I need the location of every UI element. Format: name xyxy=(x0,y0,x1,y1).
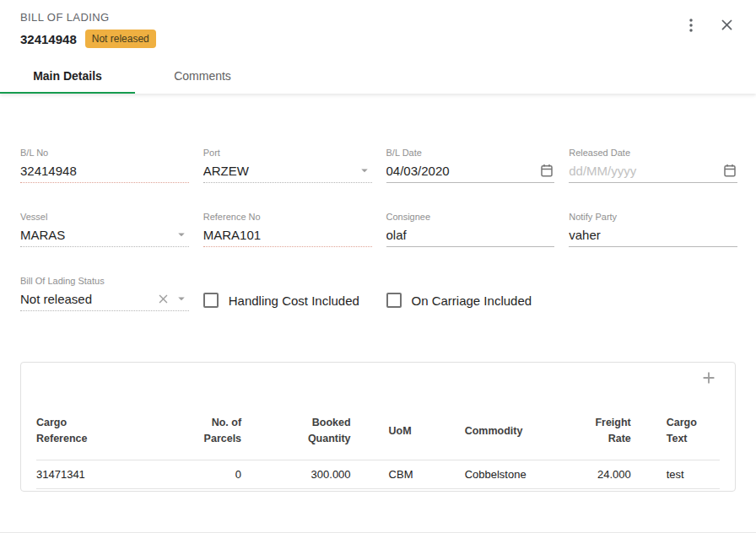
checkbox-icon[interactable] xyxy=(203,293,219,308)
clear-icon[interactable] xyxy=(153,292,170,306)
field-reference-no: Reference No xyxy=(203,212,372,247)
chevron-down-icon[interactable] xyxy=(170,227,189,242)
bol-status-label: Bill Of Lading Status xyxy=(20,276,189,287)
on-carriage-checkbox[interactable]: On Carriage Included xyxy=(386,276,555,311)
chevron-down-icon[interactable] xyxy=(354,163,372,178)
cell-commodity: Cobbelstone xyxy=(426,460,556,488)
handling-cost-checkbox[interactable]: Handling Cost Included xyxy=(203,276,372,311)
calendar-icon[interactable] xyxy=(719,163,737,178)
field-released-date: Released Date xyxy=(569,148,737,183)
bl-no-label: B/L No xyxy=(20,148,189,159)
tab-bar: Main Details Comments xyxy=(0,58,756,94)
chevron-down-icon[interactable] xyxy=(170,291,189,306)
field-notify-party: Notify Party xyxy=(569,212,737,247)
cargo-table: Cargo Reference No. of Parcels Booked Qu… xyxy=(36,390,720,489)
dialog-header: BILL OF LADING 32414948 Not released xyxy=(0,0,756,94)
cell-freight-rate: 24.000 xyxy=(556,460,638,488)
status-badge: Not released xyxy=(85,30,156,48)
notify-party-label: Notify Party xyxy=(569,212,737,223)
close-button[interactable] xyxy=(716,15,737,37)
reference-no-label: Reference No xyxy=(203,212,372,223)
tab-comments[interactable]: Comments xyxy=(135,58,270,94)
column-header-no-of-parcels: No. of Parcels xyxy=(186,390,248,460)
handling-cost-label: Handling Cost Included xyxy=(229,293,359,308)
consignee-input[interactable] xyxy=(386,228,555,242)
port-select[interactable]: ARZEW xyxy=(203,159,372,183)
field-consignee: Consignee xyxy=(386,212,555,247)
field-bol-status: Bill Of Lading Status Not released xyxy=(20,276,189,311)
vessel-label: Vessel xyxy=(20,212,189,223)
more-options-button[interactable] xyxy=(680,15,702,37)
field-port: Port ARZEW xyxy=(203,148,372,183)
bol-status-value: Not released xyxy=(20,292,153,306)
cell-uom: CBM xyxy=(351,460,426,488)
column-header-freight-rate: Freight Rate xyxy=(556,390,638,460)
tab-main-details[interactable]: Main Details xyxy=(0,58,135,94)
released-date-label: Released Date xyxy=(569,148,737,159)
calendar-icon[interactable] xyxy=(536,163,554,178)
consignee-label: Consignee xyxy=(386,212,555,223)
notify-party-input[interactable] xyxy=(569,228,737,242)
column-header-cargo-text: Cargo Text xyxy=(638,390,720,460)
bl-date-label: B/L Date xyxy=(386,148,555,159)
document-id: 32414948 xyxy=(20,32,77,46)
checkbox-icon[interactable] xyxy=(386,293,402,308)
page-title: BILL OF LADING xyxy=(20,11,736,24)
column-header-uom: UoM xyxy=(351,390,426,460)
on-carriage-label: On Carriage Included xyxy=(412,293,532,308)
cargo-table-card: Cargo Reference No. of Parcels Booked Qu… xyxy=(20,362,736,492)
kebab-icon xyxy=(682,16,700,37)
bl-date-input[interactable] xyxy=(386,164,537,178)
bol-status-select[interactable]: Not released xyxy=(20,287,189,311)
port-value: ARZEW xyxy=(203,164,354,178)
plus-icon xyxy=(699,369,718,390)
cell-cargo-text: test xyxy=(638,460,720,488)
field-bl-no: B/L No xyxy=(20,148,189,183)
add-cargo-button[interactable] xyxy=(698,368,720,390)
column-header-commodity: Commodity xyxy=(426,390,556,460)
main-details-form: B/L No Port ARZEW B/L Date xyxy=(0,94,756,311)
cell-cargo-reference: 31471341 xyxy=(36,460,186,488)
close-icon xyxy=(718,16,736,36)
bl-no-input[interactable] xyxy=(20,164,189,178)
bill-of-lading-dialog: BILL OF LADING 32414948 Not released xyxy=(0,0,756,533)
cell-booked-quantity: 300.000 xyxy=(248,460,351,488)
port-label: Port xyxy=(203,148,372,159)
field-bl-date: B/L Date xyxy=(386,148,555,183)
field-vessel: Vessel MARAS xyxy=(20,212,189,247)
column-header-booked-quantity: Booked Quantity xyxy=(248,390,351,460)
vessel-value: MARAS xyxy=(20,228,170,242)
column-header-cargo-reference: Cargo Reference xyxy=(36,390,186,460)
cargo-table-row[interactable]: 31471341 0 300.000 CBM Cobbelstone 24.00… xyxy=(36,460,720,488)
released-date-input[interactable] xyxy=(569,164,719,178)
reference-no-input[interactable] xyxy=(203,228,372,242)
cell-no-of-parcels: 0 xyxy=(186,460,248,488)
vessel-select[interactable]: MARAS xyxy=(20,223,189,247)
